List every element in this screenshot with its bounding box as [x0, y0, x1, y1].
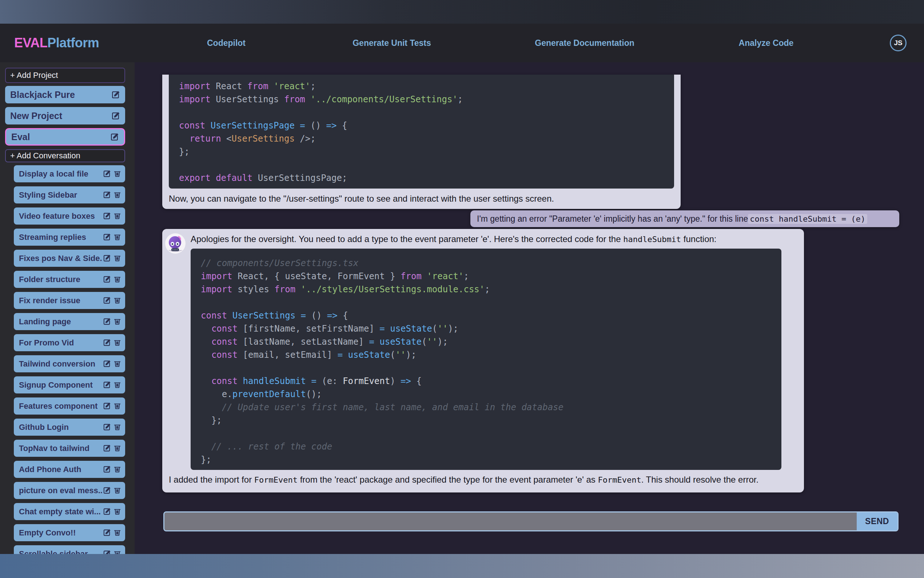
conversation-actions: [103, 254, 121, 262]
trash-icon[interactable]: [113, 170, 121, 178]
project-label: Blackjack Pure: [10, 89, 111, 100]
conversation-item[interactable]: Fixes pos Nav & Side...: [14, 250, 125, 267]
trash-icon[interactable]: [113, 191, 121, 199]
conversation-item[interactable]: Chat empty state wi...: [14, 503, 125, 520]
add-conversation-button[interactable]: + Add Conversation: [5, 149, 125, 162]
trash-icon[interactable]: [113, 486, 121, 495]
top-nav: Codepilot Generate Unit Tests Generate D…: [134, 24, 890, 62]
project-item-blackjack-pure[interactable]: Blackjack Pure: [5, 86, 125, 103]
edit-icon[interactable]: [103, 254, 111, 262]
conversation-item[interactable]: Empty Convo!!: [14, 524, 125, 541]
conversation-label: Streaming replies: [19, 232, 103, 242]
conversation-list: Display a local file Styling Sidebar Vid…: [14, 165, 125, 562]
conversation-label: Chat empty state wi...: [19, 507, 103, 516]
assistant-message-1: import React from 'react';import UserSet…: [162, 75, 681, 209]
conversation-label: Tailwind conversion: [19, 359, 103, 369]
project-label: Eval: [11, 132, 110, 142]
edit-icon[interactable]: [103, 296, 111, 305]
conversation-item[interactable]: Landing page: [14, 313, 125, 330]
conversation-actions: [103, 465, 121, 474]
nav-item-generate-unit-tests[interactable]: Generate Unit Tests: [353, 38, 431, 48]
add-project-button[interactable]: + Add Project: [5, 68, 125, 83]
edit-icon[interactable]: [103, 191, 111, 199]
trash-icon[interactable]: [113, 381, 121, 389]
conversation-item[interactable]: Features component: [14, 398, 125, 414]
sidebar: + Add Project Blackjack Pure New Project…: [0, 62, 134, 578]
trash-icon[interactable]: [113, 507, 121, 516]
edit-icon[interactable]: [103, 486, 111, 495]
trash-icon[interactable]: [113, 444, 121, 453]
trash-icon[interactable]: [113, 465, 121, 474]
edit-icon[interactable]: [103, 423, 111, 431]
edit-icon[interactable]: [103, 275, 111, 284]
conversation-actions: [103, 338, 121, 347]
conversation-item[interactable]: Video feature boxes: [14, 208, 125, 224]
conversation-item[interactable]: Streaming replies: [14, 229, 125, 246]
conversation-label: Fixes pos Nav & Side...: [19, 254, 103, 263]
trash-icon[interactable]: [113, 360, 121, 368]
code-block-user-settings-fixed: // components/UserSettings.tsximport Rea…: [191, 248, 782, 470]
edit-icon[interactable]: [111, 90, 120, 99]
edit-icon[interactable]: [103, 338, 111, 347]
trash-icon[interactable]: [113, 254, 121, 262]
edit-icon[interactable]: [103, 465, 111, 474]
send-button[interactable]: SEND: [857, 513, 897, 530]
conversation-item[interactable]: Display a local file: [14, 165, 125, 182]
conversation-item[interactable]: Fix render issue: [14, 292, 125, 309]
code-block-user-settings-page: import React from 'react';import UserSet…: [169, 75, 674, 188]
edit-icon[interactable]: [110, 133, 119, 141]
edit-icon[interactable]: [103, 233, 111, 241]
conversation-actions: [103, 444, 121, 453]
nav-item-generate-documentation[interactable]: Generate Documentation: [535, 38, 634, 48]
project-item-new-project[interactable]: New Project: [5, 107, 125, 125]
conversation-actions: [103, 275, 121, 284]
edit-icon[interactable]: [103, 381, 111, 389]
conversation-item[interactable]: For Promo Vid: [14, 334, 125, 351]
nav-item-codepilot[interactable]: Codepilot: [207, 38, 246, 48]
conversation-actions: [103, 381, 121, 389]
trash-icon[interactable]: [113, 233, 121, 241]
conversation-actions: [103, 170, 121, 178]
nav-item-analyze-code[interactable]: Analyze Code: [739, 38, 794, 48]
chat-input[interactable]: [164, 513, 857, 530]
conversation-item[interactable]: picture on eval mess...: [14, 482, 125, 499]
conversation-label: Folder structure: [19, 275, 103, 284]
project-item-eval-selected[interactable]: Eval: [5, 128, 125, 146]
conversation-item[interactable]: Add Phone Auth: [14, 461, 125, 478]
conversation-item[interactable]: Signup Component: [14, 377, 125, 393]
conversation-item[interactable]: Styling Sidebar: [14, 186, 125, 203]
edit-icon[interactable]: [103, 402, 111, 410]
edit-icon[interactable]: [111, 111, 120, 120]
trash-icon[interactable]: [113, 529, 121, 537]
edit-icon[interactable]: [103, 212, 111, 220]
edit-icon[interactable]: [103, 317, 111, 326]
logo-eval: EVAL: [14, 35, 47, 50]
edit-icon[interactable]: [103, 444, 111, 453]
trash-icon[interactable]: [113, 423, 121, 431]
conversation-actions: [103, 360, 121, 368]
conversation-actions: [103, 233, 121, 241]
trash-icon[interactable]: [113, 402, 121, 410]
conversation-label: Features component: [19, 401, 103, 411]
trash-icon[interactable]: [113, 317, 121, 326]
conversation-label: picture on eval mess...: [19, 486, 103, 495]
edit-icon[interactable]: [103, 529, 111, 537]
user-avatar[interactable]: JS: [890, 34, 906, 51]
conversation-item[interactable]: Folder structure: [14, 271, 125, 288]
trash-icon[interactable]: [113, 338, 121, 347]
bottom-gradient-strip: [0, 554, 924, 578]
conversation-actions: [103, 296, 121, 305]
conversation-item[interactable]: Tailwind conversion: [14, 355, 125, 372]
edit-icon[interactable]: [103, 507, 111, 516]
trash-icon[interactable]: [113, 212, 121, 220]
conversation-item[interactable]: Github Login: [14, 419, 125, 436]
conversation-label: For Promo Vid: [19, 338, 103, 347]
trash-icon[interactable]: [113, 275, 121, 284]
trash-icon[interactable]: [113, 296, 121, 305]
top-gradient-strip: [0, 0, 924, 24]
conversation-label: Add Phone Auth: [19, 465, 103, 474]
conversation-item[interactable]: TopNav to tailwind: [14, 440, 125, 457]
conversation-actions: [103, 507, 121, 516]
edit-icon[interactable]: [103, 360, 111, 368]
edit-icon[interactable]: [103, 170, 111, 178]
